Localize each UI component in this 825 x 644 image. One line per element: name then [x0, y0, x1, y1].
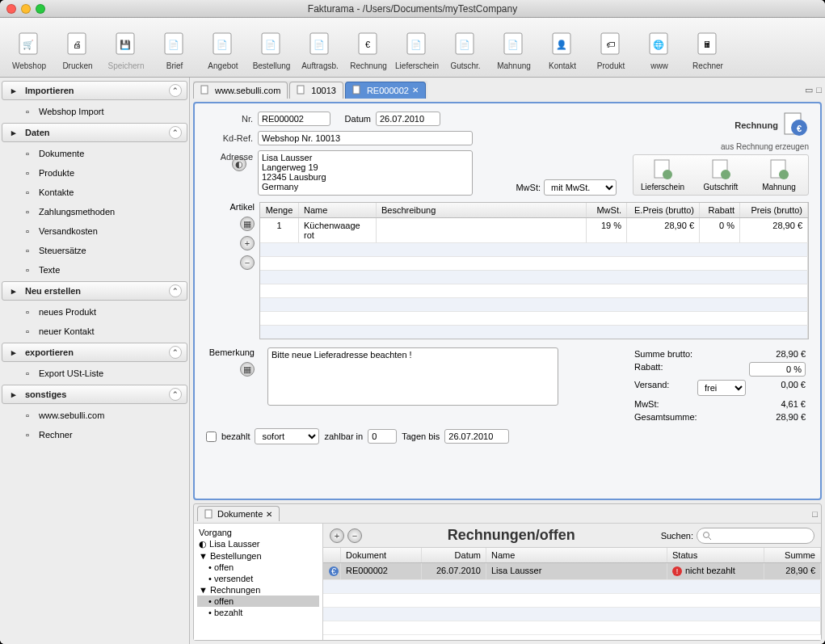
chevron-up-icon[interactable]: ⌃	[169, 84, 182, 97]
toolbar-angebot[interactable]: 📄Angebot	[200, 21, 246, 74]
tree-node-rechnungen[interactable]: ▼ Rechnungen	[197, 584, 319, 596]
remove-row-icon[interactable]: −	[240, 255, 255, 270]
article-row[interactable]	[260, 243, 808, 257]
versand-select[interactable]: frei	[697, 380, 746, 396]
artikel-label: Artikel	[229, 202, 255, 212]
article-row[interactable]	[260, 284, 808, 298]
sidebar-item-www.sebulli.com[interactable]: ▫www.sebulli.com	[2, 406, 187, 425]
toolbar-rechnung[interactable]: €Rechnung	[346, 21, 391, 74]
rabatt-input[interactable]	[749, 362, 806, 377]
mwst-select[interactable]: mit MwSt.	[544, 179, 617, 196]
document-row[interactable]	[323, 594, 821, 608]
sidebar-item-neues-produkt[interactable]: ▫neues Produkt	[2, 302, 187, 322]
kdref-input[interactable]	[258, 131, 473, 145]
article-row[interactable]	[260, 312, 808, 326]
editor-window-controls: ▭ □	[805, 85, 822, 95]
sidebar-item-dokumente[interactable]: ▫Dokumente	[2, 144, 187, 163]
gen-lieferschein[interactable]: Lieferschein	[637, 158, 688, 192]
zahlbar-days-input[interactable]	[368, 429, 397, 444]
sidebar-item-kontakte[interactable]: ▫Kontakte	[2, 183, 187, 202]
tree-node-bestellungen[interactable]: ▼ Bestellungen	[197, 550, 319, 562]
tree-node-offen[interactable]: • offen	[197, 596, 319, 607]
toolbar-mahnung[interactable]: 📄Mahnung	[491, 21, 537, 74]
tree-add-icon[interactable]: +	[330, 528, 344, 543]
chevron-up-icon[interactable]: ⌃	[169, 346, 182, 359]
sidebar-item-rechner[interactable]: ▫Rechner	[2, 425, 187, 444]
sidebar-item-texte[interactable]: ▫Texte	[2, 260, 187, 280]
article-row[interactable]	[260, 326, 808, 339]
section-icon: ▸	[7, 388, 20, 401]
toolbar-kontakt[interactable]: 👤Kontakt	[540, 21, 585, 74]
bestellung-icon: 📄	[256, 29, 287, 60]
document-row[interactable]	[323, 621, 821, 635]
add-from-catalog-icon[interactable]: ▦	[240, 217, 255, 231]
bezahlt-checkbox[interactable]	[206, 431, 217, 442]
tab-www.sebulli.com[interactable]: www.sebulli.com	[193, 82, 288, 99]
panel-maximize-icon[interactable]: □	[812, 509, 818, 519]
sidebar-item-versandkosten[interactable]: ▫Versandkosten	[2, 221, 187, 241]
section-exportieren[interactable]: ▸exportieren⌃	[2, 343, 187, 362]
kdref-label: Kd-Ref.	[206, 133, 253, 143]
toolbar-rechner[interactable]: 🖩Rechner	[685, 21, 730, 74]
toolbar-drucken[interactable]: 🖨Drucken	[55, 21, 100, 74]
chevron-up-icon[interactable]: ⌃	[169, 126, 182, 139]
toolbar-lieferschein[interactable]: 📄Lieferschein	[394, 21, 440, 74]
sidebar-item-steuersätze[interactable]: ▫Steuersätze	[2, 241, 187, 260]
toolbar-produkt[interactable]: 🏷Produkt	[588, 21, 633, 74]
search-box[interactable]	[697, 528, 814, 544]
tree-node-lisa lausser[interactable]: ◐ Lisa Lausser	[197, 538, 319, 550]
datum-input[interactable]	[376, 112, 440, 126]
tree-remove-icon[interactable]: −	[347, 528, 362, 543]
sidebar-item-neuer-kontakt[interactable]: ▫neuer Kontakt	[2, 322, 187, 341]
toolbar-bestellung[interactable]: 📄Bestellung	[249, 21, 294, 74]
tagen-date-input[interactable]	[444, 429, 509, 444]
rechnung-icon: €	[353, 29, 384, 60]
bezahlt-select[interactable]: sofort	[255, 428, 319, 444]
close-tab-icon[interactable]: ✕	[412, 86, 419, 95]
tree-node-offen[interactable]: • offen	[197, 562, 319, 573]
gen-mahnung[interactable]: Mahnung	[753, 158, 805, 192]
chevron-up-icon[interactable]: ⌃	[169, 284, 182, 297]
tab-10013[interactable]: 10013	[289, 82, 343, 99]
document-row[interactable]: €RE00000226.07.2010Lisa Lausser!nicht be…	[323, 563, 821, 580]
toolbar-www[interactable]: 🌐www	[637, 21, 682, 74]
section-icon: ▸	[7, 126, 20, 139]
section-sonstiges[interactable]: ▸sonstiges⌃	[2, 385, 187, 404]
document-row[interactable]	[323, 580, 821, 594]
sidebar-item-produkte[interactable]: ▫Produkte	[2, 163, 187, 183]
add-row-icon[interactable]: +	[240, 236, 255, 250]
adresse-input[interactable]	[258, 150, 473, 196]
nr-input[interactable]	[258, 112, 330, 126]
close-tab-icon[interactable]: ✕	[266, 510, 272, 519]
tree-node-versendet[interactable]: • versendet	[197, 573, 319, 584]
toolbar-brief[interactable]: 📄Brief	[152, 21, 197, 74]
maximize-icon[interactable]: □	[816, 85, 822, 95]
gen-gutschrift[interactable]: Gutschrift	[695, 158, 747, 192]
tree-node-bezahlt[interactable]: • bezahlt	[197, 607, 319, 618]
section-neu erstellen[interactable]: ▸Neu erstellen⌃	[2, 281, 187, 301]
bemerkung-template-icon[interactable]: ▦	[240, 362, 255, 377]
toolbar-gutschr.[interactable]: 📄Gutschr.	[443, 21, 488, 74]
article-row[interactable]	[260, 257, 808, 271]
documents-tab[interactable]: Dokumente ✕	[197, 506, 280, 521]
sidebar-item-zahlungsmethoden[interactable]: ▫Zahlungsmethoden	[2, 202, 187, 221]
article-row[interactable]: 1Küchenwaage rot19 %28,90 €0 %28,90 €	[260, 218, 808, 243]
section-importieren[interactable]: ▸Importieren⌃	[2, 81, 187, 100]
tab-RE000002[interactable]: RE000002✕	[345, 82, 426, 99]
tree-node-vorgang[interactable]: Vorgang	[197, 527, 319, 538]
article-row[interactable]	[260, 271, 808, 284]
minimize-icon[interactable]: ▭	[805, 85, 813, 95]
chevron-up-icon[interactable]: ⌃	[169, 388, 182, 401]
angebot-icon: 📄	[208, 29, 238, 60]
toolbar-webshop[interactable]: 🛒Webshop	[6, 21, 52, 74]
bemerkung-input[interactable]	[267, 347, 558, 406]
toolbar-auftragsb.[interactable]: 📄Auftragsb.	[297, 21, 343, 74]
svg-text:🏷: 🏷	[606, 40, 615, 49]
document-row[interactable]	[323, 608, 821, 621]
generate-actions: LieferscheinGutschriftMahnung	[633, 154, 809, 196]
section-daten[interactable]: ▸Daten⌃	[2, 123, 187, 142]
sidebar-item-export-ust-liste[interactable]: ▫Export USt-Liste	[2, 364, 187, 383]
search-input[interactable]	[712, 529, 809, 542]
article-row[interactable]	[260, 298, 808, 312]
sidebar-item-webshop-import[interactable]: ▫Webshop Import	[2, 102, 187, 121]
